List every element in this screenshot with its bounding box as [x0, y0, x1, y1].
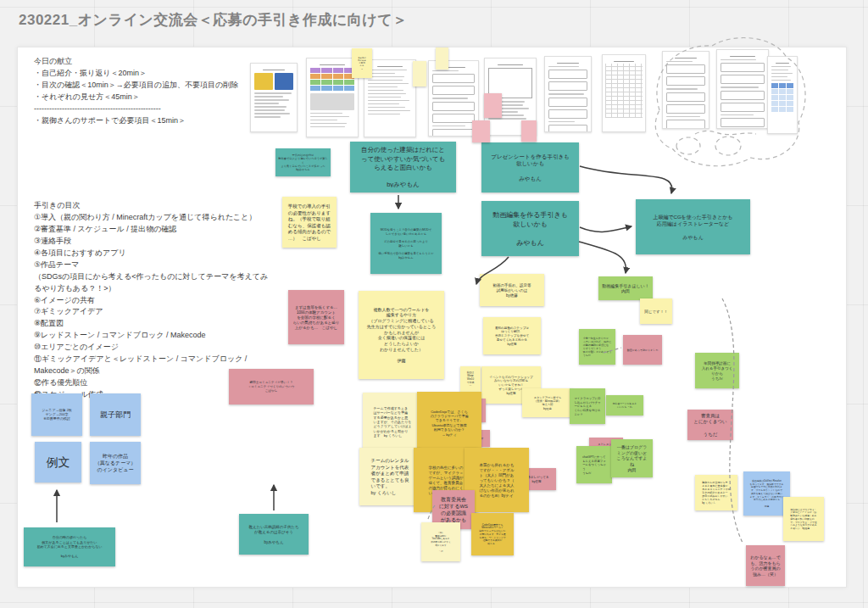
agenda-text: 今日の献立 ・自己紹介・振り返り＜20min＞ ・目次の確認＜10min＞→必要…: [34, 56, 280, 127]
sticky-note-text: スタンドアロン版でも （無償・期間限定版） 使えた話 by佐藤: [522, 388, 573, 417]
sticky-note-text: 学校での導入の手引 の必要性があります ね。（学校で取り組 むなら、保護者も認 …: [282, 197, 337, 248]
sticky-note-text: 動画があって助かりました: [623, 335, 662, 365]
doc-form-3[interactable]: [662, 51, 709, 129]
sticky-note-text: 親御さんの立場から考 えると最初に全体像が 見えるコミュニティや手 引きの紹介が…: [695, 475, 737, 510]
note-reibun[interactable]: 例文: [35, 442, 81, 482]
note-zentaizou[interactable]: 親御さんの立場から考 えると最初に全体像が 見えるコミュニティや手 引きの紹介が…: [695, 475, 737, 510]
note-team-server[interactable]: チームで作成するとき はサーバーなどを準備 する必要があるかと思 いますが、その…: [363, 393, 422, 452]
note-taiken-account[interactable]: まずは敷居を低くする… 10回の体験アカウント を全国の学校に配るく らいの気持…: [288, 290, 344, 344]
sticky-note-text: [436, 47, 448, 70]
sticky-note-text: [484, 93, 502, 118]
note-oyako-bumon[interactable]: 親子部門: [90, 393, 141, 436]
board-title: 230221_オンライン交流会＜応募の手引き作成に向けて＞: [19, 10, 408, 30]
sticky-note-text: まずは敷居を低くする… 10回の体験アカウント を全国の学校に配るく らいの気持…: [288, 290, 344, 344]
note-douga-tebiki[interactable]: 動画編集を作る手引きも 欲しいかも みやもん: [481, 201, 579, 256]
note-standalone[interactable]: スタンドアロン版でも （無償・期間限定版） 使えた話 by佐藤: [522, 388, 573, 417]
note-programming-tsukaidokoro[interactable]: 一番はプログラ ミングの使いど ころなんですよ ね 内田: [611, 439, 653, 477]
sticky-note-text: 上級編でCGを使った手引きとかも 応用編はイラストレーターなど みやもん: [636, 199, 750, 254]
note-douga-tasukatta[interactable]: 動画があって助かりました: [623, 335, 662, 365]
note-misekata-rei[interactable]: 見せ方の 例がある と親切 かも →: [352, 48, 372, 78]
sticky-note-text: チームで作成するとき はサーバーなどを準備 する必要があるかと思 いますが、その…: [363, 393, 422, 452]
sticky-note-text: プレゼンシートを作る手引きも 欲しいかも みやもん: [481, 142, 579, 192]
note-douga-shiyouban[interactable]: 動画の手振れ、設定等 試用版がいいのは by佐藤: [480, 274, 544, 306]
note-blank-3[interactable]: [484, 93, 502, 118]
note-win10[interactable]: 動画は Win版 Win10 で作成 …: [460, 366, 481, 392]
sticky-note-text: マイクラカップに申 し込んだらバウチャ ーがもらえる くらい特典を付ける とか？: [570, 388, 605, 424]
sticky-note-text: 小学一年生も作りたが っているけれど、操作に は親の補助が必須にな りそうでしま…: [579, 329, 615, 365]
note-junior-requirements[interactable]: ジュニア→画像 2枚 ヤング→200字 ※応募要件の検討: [31, 393, 82, 436]
note-rental-account[interactable]: チームのレンタル アカウントを代表 者がまとめて申請 できるととても良 いです。…: [359, 448, 420, 505]
note-joukyuu-cg[interactable]: 上級編でCGを使った手引きとかも 応用編はイラストレーターなど みやもん: [636, 199, 750, 254]
sticky-note-text: chatGPTに作って もらえる応募フォ ームをつくっちゃ う うちだ: [576, 446, 612, 483]
sticky-note-text: 教えたい元塾講師の子供たち が教えるのは喜びそう byみやもん: [239, 514, 309, 555]
note-oshietai-kids[interactable]: 教えたい元塾講師の子供たち が教えるのは喜びそう byみやもん: [239, 514, 309, 555]
note-voucher[interactable]: マイクラカップに申 し込んだらバウチャ ーがもらえる くらい特典を付ける とか？: [570, 388, 605, 424]
note-blank-5[interactable]: [472, 120, 490, 142]
sticky-note-text: ジュニア→画像 2枚 ヤング→200字 ※応募要件の検討: [31, 393, 82, 436]
note-blank-4[interactable]: [521, 120, 537, 142]
doc-blue-table[interactable]: [767, 56, 798, 134]
note-gakkou-dounyuu[interactable]: 学校での導入の手引 の必要性があります ね。（学校で取り組 むなら、保護者も認 …: [282, 197, 337, 248]
note-fukusuu-world[interactable]: 複数人数で一つのワールドを 編集するやり方 （プログラミングに精通している 先生…: [359, 291, 444, 379]
doc-form-2[interactable]: [544, 56, 592, 132]
sticky-note-text: 親同士コミュニティが早い！？ ＜コミュニティづくりのノウハウ こばやし: [229, 369, 314, 404]
sticky-note-text: 一番はプログラ ミングの使いど ころなんですよ ね 内田: [611, 439, 653, 477]
sticky-note-text: 最初の起動のステップは ゆっくり解説。 音声とステップを併せて 見せてくれると助…: [483, 317, 541, 354]
sticky-note-text: 自分の時の親だったら 例文があることはとてもありがたい 初めて大会に出ると文章量…: [24, 527, 115, 566]
doc-spreadsheet[interactable]: [602, 54, 646, 132]
sticky-note-text: 例文: [35, 442, 81, 482]
sticky-note-text: チームのレンタル アカウントを代表 者がまとめて申請 できるととても良 いです。…: [359, 448, 420, 505]
sticky-note-text: 自分の使った建築はだれにと って使いやすいか気づいても らえると面白いかも by…: [350, 142, 456, 192]
note-kankyou-hurdle[interactable]: 環境的にはプログラミン グ教育にハードルが（お 勉強みたいな感覚）ある 保護者が…: [783, 497, 824, 541]
sticky-note-text: 動画編集手引きほしい！ 内田: [598, 276, 653, 300]
note-onaji-desu[interactable]: 同じです！！: [640, 298, 672, 324]
sticky-note-text: （例） 動画説明が YouTubeにあると 保護者が調べやすく 助かります こば: [421, 522, 460, 561]
sticky-note-text: CoderDojoでは、さくら のクラウドサーバで準備 できるそうです。 Ubu…: [417, 392, 481, 455]
sticky-note-text: 環境的にはプログラミン グ教育にハードルが（お 勉強みたいな感覚）ある 保護者が…: [783, 497, 824, 541]
note-shoshinsha-mark[interactable]: 初心者マークがあると いいかも これ: [606, 395, 643, 416]
note-shinsain-kitsui[interactable]: 審査員は とにかくきつい うちだ: [687, 410, 733, 440]
note-lastyear-interview[interactable]: 昨年の作品 （異なるテーマ） のインタビュー: [90, 442, 141, 484]
sticky-note-text: わかるなぁ…で も、活力をもら うのが審査員の 強み…（笑）: [746, 545, 785, 586]
note-coderdojo-server[interactable]: CoderDojoでは、さくら のクラウドサーバで準備 できるそうです。 Ubu…: [417, 392, 481, 455]
note-kenchiku-dare[interactable]: 自分の使った建築はだれにと って使いやすいか気づいても らえると面白いかも by…: [350, 142, 456, 192]
sticky-note-text: 初心者マークがあると いいかも これ: [606, 395, 643, 416]
sticky-note-text: 動画は Win版 Win10 で作成 …: [460, 366, 481, 392]
note-chatgpt-form[interactable]: chatGPTに作って もらえる応募フォ ームをつくっちゃ う うちだ: [576, 446, 612, 483]
sticky-note-text: 同じです！！: [640, 298, 672, 324]
doc-form-1[interactable]: [428, 60, 479, 137]
note-asobi-manabi[interactable]: 子供の頃の自分は 教科書で学ぶより遊んでいたほうが楽しく より良く学んでいたこと…: [275, 148, 331, 176]
whiteboard-app: 230221_オンライン交流会＜応募の手引き作成に向けて＞ 今日の献立 ・自己紹…: [0, 0, 868, 608]
sticky-note-text: CoderDojo運営でも Minecraftのワールド 制作マニュアルはないか…: [471, 513, 514, 555]
note-youtube-setsumei[interactable]: （例） 動画説明が YouTubeにあると 保護者が調べやすく 助かります こば: [421, 522, 460, 561]
doc-form-4[interactable]: [716, 49, 769, 129]
note-reibun-arigatai[interactable]: 自分の時の親だったら 例文があることはとてもありがたい 初めて大会に出ると文章量…: [24, 527, 115, 566]
sticky-note-text: 子供の頃の自分は 教科書で学ぶより遊んでいたほうが楽しく より良く学んでいたこと…: [275, 148, 331, 176]
note-douga-tebiki-hoshii[interactable]: 動画編集手引きほしい！ 内田: [598, 276, 653, 300]
note-presen-tebiki[interactable]: プレゼンシートを作る手引きも 欲しいかも みやもん: [481, 142, 579, 192]
sticky-note-text: MODを使うこと？自分の建築のMODで しかできない使い方があるかも どの目線で…: [370, 213, 442, 274]
sticky-note-text: [472, 120, 490, 142]
note-mod-shiten[interactable]: MODを使うこと？自分の建築のMODで しかできない使い方があるかも どの目線で…: [370, 213, 442, 274]
sticky-note-text: 親子部門: [90, 393, 141, 436]
note-wakaru-naa[interactable]: わかるなぁ…で も、活力をもら うのが審査員の 強み…（笑）: [746, 545, 785, 586]
note-nenkan-shidou[interactable]: 年間指導計画に 入れる手引きづく りから うちだ: [695, 353, 739, 388]
note-blank-2[interactable]: [436, 47, 448, 70]
note-coderdojo-manual[interactable]: CoderDojo運営でも Minecraftのワールド 制作マニュアルはないか…: [471, 513, 514, 555]
note-kidou-step[interactable]: 最初の起動のステップは ゆっくり解説。 音声とステップを併せて 見せてくれると助…: [483, 317, 541, 354]
sticky-note-text: 動画編集を作る手引きも 欲しいかも みやもん: [481, 201, 579, 256]
sticky-note-text: 昨年の作品 （異なるテーマ） のインタビュー: [90, 442, 141, 484]
sticky-note-text: 複数人数で一つのワールドを 編集するやり方 （プログラミングに精通している 先生…: [359, 291, 444, 379]
sticky-note-text: [413, 61, 426, 86]
note-blank-1[interactable]: [413, 61, 426, 86]
sticky-note-text: [521, 120, 537, 142]
sticky-note-text: 動画の手振れ、設定等 試用版がいいのは by佐藤: [480, 274, 544, 306]
note-shougaku-ichinensei[interactable]: 小学一年生も作りたが っているけれど、操作に は親の補助が必須にな りそうでしま…: [579, 329, 615, 365]
sticky-note-text: 審査員は とにかくきつい うちだ: [687, 410, 733, 440]
note-community-knowhow[interactable]: 親同士コミュニティが早い！？ ＜コミュニティづくりのノウハウ こばやし: [229, 369, 314, 404]
sticky-note-text: 年間指導計画に 入れる手引きづく りから うちだ: [695, 353, 739, 388]
sticky-note-text: 見せ方の 例がある と親切 かも →: [352, 48, 372, 78]
doc-color-table[interactable]: [306, 58, 359, 137]
